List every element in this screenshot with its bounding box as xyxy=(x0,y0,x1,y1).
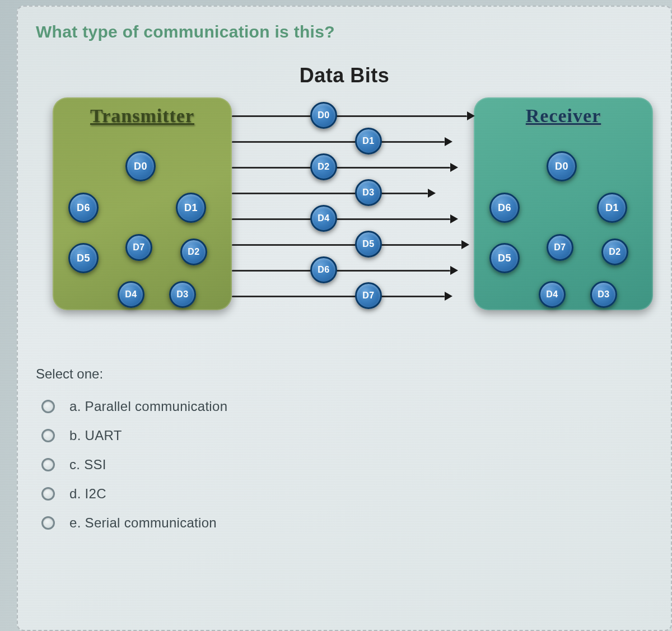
receiver-box: Receiver D0 D6 D1 D5 D7 D2 D4 D3 xyxy=(474,97,653,310)
option-b-text: b. UART xyxy=(69,428,122,443)
channel-bit-d2: D2 xyxy=(310,153,337,180)
rx-bit-d0: D0 xyxy=(547,151,577,181)
rx-bit-d2: D2 xyxy=(601,239,628,265)
arrow-d0 xyxy=(467,111,475,120)
arrow-d6 xyxy=(450,266,458,275)
tx-bit-d5: D5 xyxy=(68,243,99,273)
rx-bit-d6: D6 xyxy=(489,193,520,223)
channel-bit-d0: D0 xyxy=(310,102,337,129)
radio-e[interactable] xyxy=(41,516,55,530)
rx-bit-d4: D4 xyxy=(539,281,566,308)
tx-bit-d3: D3 xyxy=(169,281,196,308)
radio-d[interactable] xyxy=(41,487,55,501)
option-b[interactable]: b. UART xyxy=(36,423,653,448)
rx-bit-d5: D5 xyxy=(489,243,520,273)
answer-section: Select one: a. Parallel communication b.… xyxy=(36,366,653,535)
option-c-text: c. SSI xyxy=(69,457,106,473)
data-line-d6 xyxy=(232,270,450,272)
question-text: What type of communication is this? xyxy=(36,22,653,41)
tx-bit-d2: D2 xyxy=(180,239,207,265)
question-card: What type of communication is this? Data… xyxy=(17,6,672,631)
option-d-text: d. I2C xyxy=(69,486,106,502)
arrow-d1 xyxy=(445,137,452,146)
channel-bit-d5: D5 xyxy=(355,231,382,258)
radio-b[interactable] xyxy=(41,429,55,442)
data-line-d7 xyxy=(232,296,445,297)
rx-bit-d7: D7 xyxy=(547,234,573,261)
option-a-text: a. Parallel communication xyxy=(69,399,227,414)
tx-bit-d4: D4 xyxy=(118,281,144,308)
channel-bit-d3: D3 xyxy=(355,179,382,206)
tx-bit-d1: D1 xyxy=(176,193,206,223)
data-line-d4 xyxy=(232,218,450,220)
tx-bit-d6: D6 xyxy=(68,193,99,223)
option-c[interactable]: c. SSI xyxy=(36,452,653,477)
select-one-label: Select one: xyxy=(36,366,653,382)
option-d[interactable]: d. I2C xyxy=(36,482,653,506)
radio-a[interactable] xyxy=(41,400,55,413)
radio-c[interactable] xyxy=(41,458,55,471)
option-e-text: e. Serial communication xyxy=(69,515,217,531)
diagram-title: Data Bits xyxy=(300,64,390,87)
arrow-d7 xyxy=(445,292,452,301)
channel-bit-d1: D1 xyxy=(355,128,382,155)
channel-bit-d6: D6 xyxy=(310,256,337,283)
receiver-label: Receiver xyxy=(479,105,647,127)
transmitter-label: Transmitter xyxy=(58,105,226,127)
arrow-d3 xyxy=(428,189,436,198)
data-line-d2 xyxy=(232,167,450,169)
option-a[interactable]: a. Parallel communication xyxy=(36,394,653,419)
tx-bit-d0: D0 xyxy=(125,151,156,181)
channel-bit-d7: D7 xyxy=(355,282,382,309)
diagram: Data Bits Transmitter D0 D6 D1 D5 D7 D2 … xyxy=(36,64,653,344)
data-line-d1 xyxy=(232,141,445,143)
arrow-d2 xyxy=(450,163,458,172)
tx-bit-d7: D7 xyxy=(125,234,152,261)
arrow-d4 xyxy=(450,214,458,223)
transmitter-box: Transmitter D0 D6 D1 D5 D7 D2 D4 D3 xyxy=(53,97,232,310)
data-line-d3 xyxy=(232,193,428,194)
option-e[interactable]: e. Serial communication xyxy=(36,511,653,535)
arrow-d5 xyxy=(461,240,469,249)
data-line-d5 xyxy=(232,244,461,246)
rx-bit-d1: D1 xyxy=(597,193,627,223)
data-line-d0 xyxy=(232,115,467,117)
rx-bit-d3: D3 xyxy=(590,281,617,308)
channel-bit-d4: D4 xyxy=(310,205,337,232)
